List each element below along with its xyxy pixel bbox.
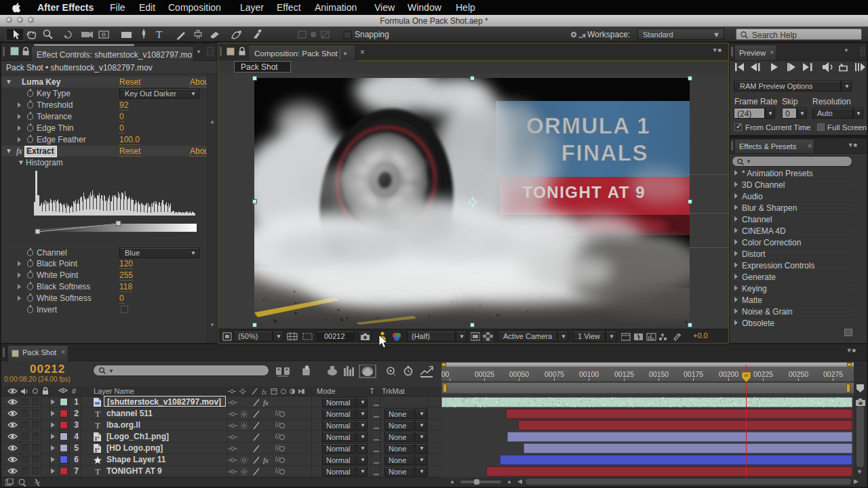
svg-text:FINALS: FINALS — [561, 140, 648, 165]
svg-text:T: T — [156, 29, 162, 40]
svg-text:fx: fx — [263, 399, 269, 407]
svg-text:fx: fx — [262, 388, 267, 396]
svg-text:fx: fx — [263, 456, 269, 464]
